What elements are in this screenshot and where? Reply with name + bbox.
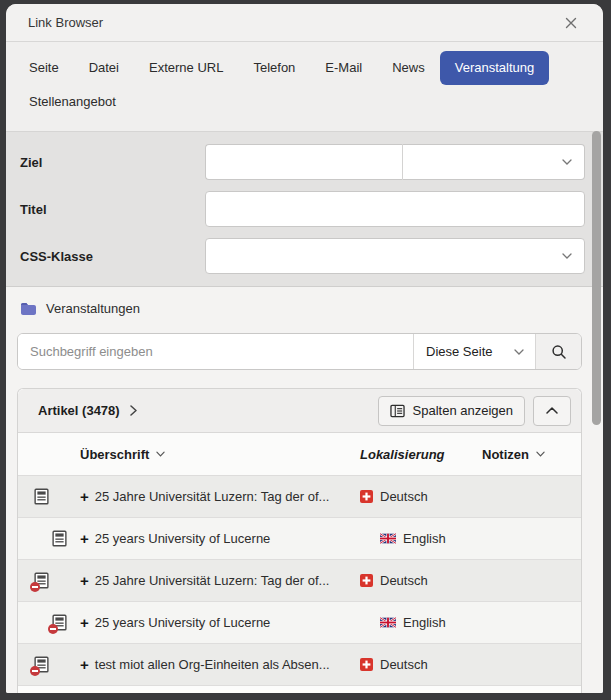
show-columns-label: Spalten anzeigen [413, 403, 513, 418]
ziel-select[interactable] [402, 144, 585, 180]
table-columns-icon [390, 404, 405, 418]
css-klasse-label: CSS-Klasse [20, 249, 205, 264]
folder-label: Veranstaltungen [46, 301, 140, 316]
add-link-icon: + [80, 489, 89, 504]
search-bar: Diese Seite [17, 333, 582, 370]
add-link-icon: + [80, 531, 89, 546]
folder-icon [20, 302, 37, 316]
close-icon [565, 17, 577, 29]
tab-veranstaltung[interactable]: Veranstaltung [440, 51, 550, 85]
css-klasse-select[interactable] [205, 238, 585, 274]
table-row: + 25 Jahre Universität Luzern: Tag der o… [18, 560, 581, 602]
table-header-row: Überschrift Lokalisierung Notizen [18, 433, 581, 476]
chevron-up-icon [546, 407, 558, 414]
table-row: + 25 years University of Lucerne [18, 518, 581, 560]
link-browser-modal: Link Browser Seite Datei Externe URL Tel… [6, 4, 603, 693]
swiss-flag-icon [360, 658, 373, 671]
add-link-icon: + [80, 615, 89, 630]
sort-chevron-icon [156, 451, 165, 457]
record-link[interactable]: + test miot allen Org-Einheiten als Abse… [80, 657, 360, 672]
tab-stellenangebot[interactable]: Stellenangebot [14, 85, 131, 119]
record-title: 25 Jahre Universität Luzern: Tag der of.… [95, 489, 330, 504]
tab-seite[interactable]: Seite [14, 51, 74, 85]
search-input[interactable] [18, 334, 413, 369]
record-localization: Deutsch [360, 657, 482, 672]
news-record-hidden-icon [52, 614, 67, 631]
record-title: 25 years University of Lucerne [95, 531, 271, 546]
tab-externe-url[interactable]: Externe URL [134, 51, 238, 85]
record-language: Deutsch [380, 657, 428, 672]
collapse-panel-button[interactable] [533, 396, 571, 426]
link-attributes-form: Ziel Titel CSS-Klasse [6, 132, 603, 287]
form-row-css-klasse: CSS-Klasse [20, 238, 585, 274]
screen-background: Link Browser Seite Datei Externe URL Tel… [0, 0, 611, 700]
tab-bar: Seite Datei Externe URL Telefon E-Mail N… [6, 42, 603, 132]
modal-title: Link Browser [28, 15, 103, 30]
panel-actions: Spalten anzeigen [378, 396, 571, 426]
record-link[interactable]: + 25 years University of Lucerne [80, 615, 360, 630]
modal-header: Link Browser [6, 4, 603, 42]
hidden-minus-badge-icon [30, 582, 40, 592]
column-header-notizen[interactable]: Notizen [482, 447, 581, 462]
chevron-right-icon [130, 405, 137, 416]
search-icon [551, 344, 567, 360]
news-record-hidden-icon [34, 656, 49, 673]
record-link[interactable]: + 25 Jahre Universität Luzern: Tag der o… [80, 573, 360, 588]
scrollbar-thumb[interactable] [592, 131, 601, 425]
record-language: Deutsch [380, 489, 428, 504]
record-localization: Deutsch [360, 489, 482, 504]
titel-label: Titel [20, 202, 205, 217]
sort-chevron-icon [536, 451, 545, 457]
news-record-icon [52, 530, 67, 547]
show-columns-button[interactable]: Spalten anzeigen [378, 396, 525, 426]
column-header-ueberschrift[interactable]: Überschrift [80, 447, 360, 462]
results-panel-header: Artikel (3478) [18, 389, 581, 433]
hidden-minus-badge-icon [30, 666, 40, 676]
ziel-label: Ziel [20, 155, 205, 170]
record-language: English [403, 615, 446, 630]
column-header-label: Notizen [482, 447, 529, 462]
tab-news[interactable]: News [377, 51, 440, 85]
ziel-input[interactable] [205, 144, 402, 180]
add-link-icon: + [80, 657, 89, 672]
chevron-down-icon [514, 349, 524, 355]
table-row-cutoff [18, 686, 581, 693]
record-localization: English [360, 615, 482, 630]
column-header-label: Überschrift [80, 447, 149, 462]
record-link[interactable]: + 25 Jahre Universität Luzern: Tag der o… [80, 489, 360, 504]
results-panel-title-toggle[interactable]: Artikel (3478) [38, 403, 137, 418]
form-row-titel: Titel [20, 191, 585, 227]
uk-flag-icon [380, 533, 396, 544]
ziel-control-group [205, 144, 585, 180]
news-record-hidden-icon [34, 572, 49, 589]
results-panel-title: Artikel (3478) [38, 403, 120, 418]
record-language: English [403, 531, 446, 546]
record-title: 25 Jahre Universität Luzern: Tag der of.… [95, 573, 330, 588]
search-scope-select[interactable]: Diese Seite [413, 334, 535, 369]
news-record-icon [34, 488, 49, 505]
folder-node-veranstaltungen[interactable]: Veranstaltungen [20, 301, 582, 316]
tab-datei[interactable]: Datei [74, 51, 134, 85]
swiss-flag-icon [360, 490, 373, 503]
hidden-minus-badge-icon [48, 624, 58, 634]
record-browser-section: Veranstaltungen Diese Seite [6, 287, 603, 693]
record-localization: Deutsch [360, 573, 482, 588]
swiss-flag-icon [360, 574, 373, 587]
table-row: + 25 years University of Lucerne [18, 602, 581, 644]
add-link-icon: + [80, 573, 89, 588]
search-scope-value: Diese Seite [426, 344, 492, 359]
form-row-ziel: Ziel [20, 144, 585, 180]
column-header-lokalisierung: Lokalisierung [360, 447, 482, 462]
chevron-down-icon [562, 159, 572, 165]
record-language: Deutsch [380, 573, 428, 588]
record-link[interactable]: + 25 years University of Lucerne [80, 531, 360, 546]
tab-email[interactable]: E-Mail [310, 51, 377, 85]
record-title: test miot allen Org-Einheiten als Absen.… [95, 657, 330, 672]
titel-input[interactable] [205, 191, 585, 227]
tab-telefon[interactable]: Telefon [238, 51, 310, 85]
search-button[interactable] [535, 334, 581, 369]
results-panel: Artikel (3478) [17, 388, 582, 693]
chevron-down-icon [562, 253, 572, 259]
close-button[interactable] [561, 13, 581, 33]
record-localization: English [360, 531, 482, 546]
